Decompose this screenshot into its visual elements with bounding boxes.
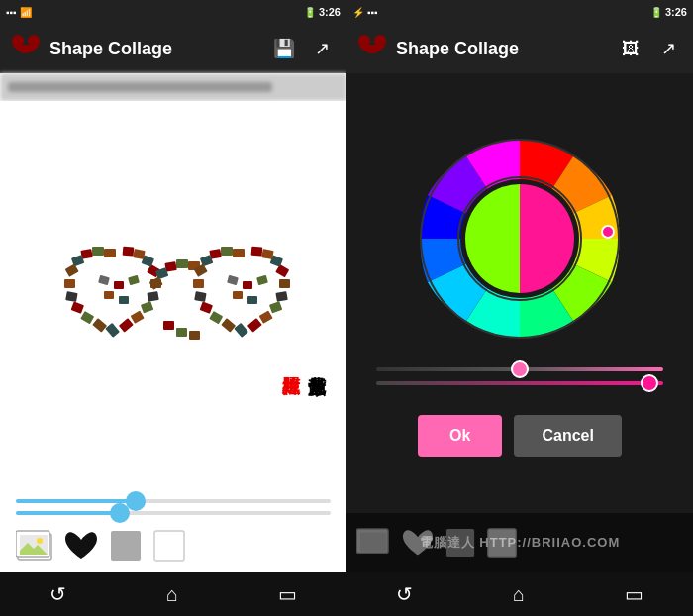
- dialog-buttons: Ok Cancel: [418, 415, 622, 457]
- saturation-slider-thumb[interactable]: [641, 374, 658, 392]
- svg-rect-26: [119, 296, 129, 304]
- svg-rect-48: [275, 264, 289, 277]
- hue-slider-track[interactable]: [376, 367, 663, 371]
- svg-rect-11: [92, 318, 107, 333]
- svg-rect-58: [176, 328, 187, 337]
- cancel-button[interactable]: Cancel: [514, 415, 621, 457]
- svg-rect-57: [163, 321, 174, 330]
- color-wheel-container[interactable]: [411, 130, 629, 348]
- right-status-time: 3:26: [665, 6, 687, 18]
- svg-rect-43: [248, 318, 262, 333]
- right-battery-icon: 🔋: [650, 7, 662, 18]
- slider-track-2[interactable]: [16, 511, 331, 515]
- svg-rect-44: [259, 311, 273, 324]
- saturation-slider-track[interactable]: [376, 381, 663, 385]
- back-nav-icon[interactable]: ↺: [50, 582, 66, 606]
- svg-rect-47: [279, 279, 290, 288]
- svg-rect-8: [65, 291, 77, 302]
- svg-rect-7: [64, 279, 75, 288]
- right-nav-bar: ↺ ⌂ ▭: [346, 572, 693, 616]
- svg-rect-32: [233, 249, 245, 257]
- svg-rect-33: [221, 247, 233, 256]
- blurred-address-bar: [0, 73, 346, 101]
- svg-rect-74: [488, 529, 516, 557]
- slider-row-1: [16, 499, 331, 503]
- ok-button[interactable]: Ok: [418, 415, 502, 457]
- bottom-controls: [0, 491, 346, 572]
- svg-rect-6: [65, 264, 79, 277]
- svg-rect-59: [189, 331, 200, 340]
- right-share-icon[interactable]: ↗: [653, 34, 683, 63]
- right-recents-nav[interactable]: ▭: [625, 582, 644, 606]
- svg-rect-20: [133, 249, 145, 259]
- collage-area: 照片框線 背景顏色: [0, 101, 346, 491]
- svg-rect-39: [200, 302, 213, 314]
- color-picker-area: Ok Cancel: [346, 73, 693, 513]
- color-sliders: [366, 367, 673, 395]
- svg-rect-22: [98, 275, 110, 285]
- save-icon[interactable]: 💾: [269, 34, 299, 63]
- svg-rect-55: [233, 291, 243, 299]
- battery-icon: 🔋: [304, 7, 316, 18]
- right-back-nav[interactable]: ↺: [396, 582, 413, 606]
- svg-rect-12: [105, 323, 120, 338]
- blurred-content: [8, 82, 272, 92]
- recents-nav-icon[interactable]: ▭: [278, 582, 297, 606]
- svg-rect-64: [111, 531, 141, 561]
- share-icon[interactable]: ↗: [307, 34, 337, 63]
- heart-collage-svg: [45, 167, 302, 425]
- app-icon: [10, 33, 42, 64]
- svg-rect-54: [256, 275, 268, 285]
- right-app-title: Shape Collage: [396, 39, 608, 59]
- right-save-icon[interactable]: 🖼: [616, 34, 645, 63]
- photo-icon[interactable]: [16, 529, 53, 563]
- right-status-left: ⚡ ▪▪▪: [352, 7, 378, 18]
- svg-rect-2: [104, 249, 116, 257]
- right-status-right: 🔋 3:26: [650, 6, 687, 18]
- hue-slider-row: [376, 367, 663, 371]
- svg-rect-46: [275, 291, 287, 302]
- left-app-bar: Shape Collage 💾 ↗: [0, 24, 346, 73]
- svg-rect-50: [261, 249, 273, 259]
- left-status-bar: ▪▪▪ 📶 🔋 3:26: [0, 0, 346, 24]
- slider-track-1[interactable]: [16, 499, 331, 503]
- status-time: 3:26: [319, 6, 341, 18]
- svg-rect-25: [104, 291, 114, 299]
- svg-rect-72: [360, 533, 386, 552]
- shape-icons-row: [16, 523, 331, 566]
- right-home-nav[interactable]: ⌂: [513, 583, 525, 606]
- svg-rect-45: [269, 301, 282, 313]
- svg-point-63: [37, 538, 43, 544]
- slider-fill-2: [16, 511, 120, 515]
- svg-rect-23: [114, 281, 124, 289]
- svg-rect-41: [221, 318, 236, 333]
- svg-rect-13: [119, 318, 134, 333]
- saturation-slider-row: [376, 381, 663, 385]
- left-nav-bar: ↺ ⌂ ▭: [0, 572, 346, 616]
- svg-rect-42: [234, 323, 248, 338]
- left-app-title: Shape Collage: [50, 39, 261, 59]
- svg-rect-24: [128, 275, 140, 285]
- heart-icon[interactable]: [63, 529, 99, 563]
- svg-rect-15: [141, 301, 153, 313]
- svg-rect-52: [227, 275, 239, 285]
- right-app-icon: [356, 33, 388, 64]
- svg-rect-51: [251, 247, 263, 257]
- home-nav-icon[interactable]: ⌂: [166, 583, 178, 606]
- svg-rect-3: [92, 247, 104, 256]
- white-square-icon[interactable]: [152, 529, 186, 563]
- signal-icon: ▪▪▪: [6, 7, 17, 18]
- wifi-icon: 📶: [20, 7, 32, 18]
- svg-rect-10: [80, 311, 94, 324]
- status-bar-right-icons: 🔋 3:26: [304, 6, 341, 18]
- slider-thumb-2[interactable]: [110, 503, 130, 523]
- hue-slider-thumb[interactable]: [511, 360, 529, 378]
- right-panel: ⚡ ▪▪▪ 🔋 3:26 Shape Collage 🖼 ↗: [346, 0, 693, 616]
- svg-rect-9: [71, 302, 84, 314]
- status-bar-left-icons: ▪▪▪ 📶: [6, 7, 32, 18]
- svg-rect-65: [154, 531, 184, 561]
- center-color-circle: [465, 184, 574, 293]
- svg-rect-40: [209, 311, 223, 324]
- gray-square-icon[interactable]: [109, 529, 143, 563]
- wheel-selector-dot[interactable]: [601, 225, 615, 239]
